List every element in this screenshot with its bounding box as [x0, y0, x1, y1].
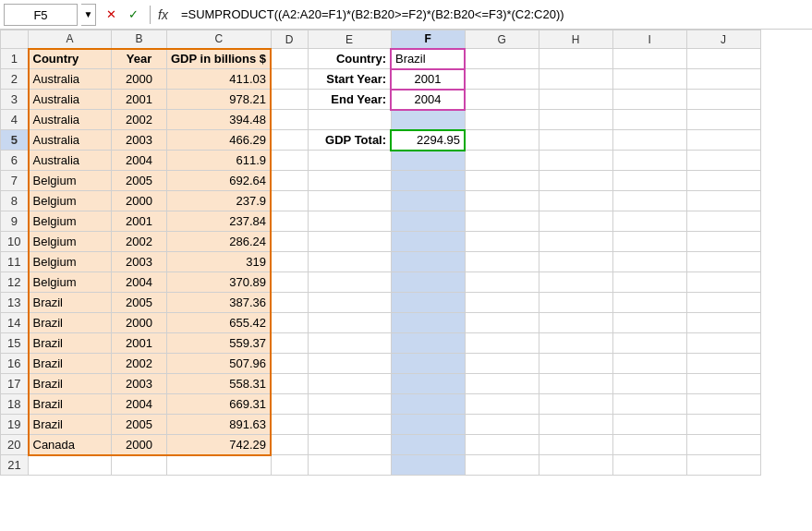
- cell-g11[interactable]: [465, 252, 539, 272]
- cell-b15[interactable]: 2001: [112, 333, 167, 354]
- cell-b6[interactable]: 2004: [112, 151, 167, 171]
- cell-a17[interactable]: Brazil: [29, 374, 112, 394]
- cell-a3[interactable]: Australia: [29, 90, 112, 110]
- cell-a1[interactable]: Country: [29, 49, 112, 69]
- cell-i3[interactable]: [612, 90, 686, 110]
- cell-i19[interactable]: [612, 415, 686, 435]
- cell-j7[interactable]: [686, 171, 760, 191]
- cell-h2[interactable]: [539, 69, 612, 90]
- row-header-11[interactable]: 11: [1, 252, 29, 272]
- cell-j18[interactable]: [686, 394, 760, 415]
- cell-g16[interactable]: [465, 354, 539, 374]
- cell-d3[interactable]: [271, 90, 308, 110]
- cell-e15[interactable]: [308, 333, 391, 354]
- row-header-19[interactable]: 19: [1, 415, 29, 435]
- cell-d7[interactable]: [271, 171, 308, 191]
- col-header-a[interactable]: A: [29, 30, 112, 49]
- cell-j8[interactable]: [686, 191, 760, 211]
- col-header-g[interactable]: G: [465, 30, 539, 49]
- cell-c16[interactable]: 507.96: [167, 354, 272, 374]
- cell-f4[interactable]: [391, 110, 465, 130]
- cell-f3[interactable]: 2004: [391, 90, 465, 110]
- cell-b13[interactable]: 2005: [112, 293, 167, 313]
- cell-c10[interactable]: 286.24: [167, 232, 272, 252]
- cell-h4[interactable]: [539, 110, 612, 130]
- cell-g21[interactable]: [465, 455, 539, 476]
- row-header-10[interactable]: 10: [1, 232, 29, 252]
- cell-e12[interactable]: [308, 272, 391, 293]
- cell-i5[interactable]: [612, 130, 686, 151]
- cell-a15[interactable]: Brazil: [29, 333, 112, 354]
- cell-g3[interactable]: [465, 90, 539, 110]
- cell-h13[interactable]: [539, 293, 612, 313]
- cell-d16[interactable]: [271, 354, 308, 374]
- cell-g13[interactable]: [465, 293, 539, 313]
- cell-e5[interactable]: GDP Total:: [308, 130, 391, 151]
- cell-b2[interactable]: 2000: [112, 69, 167, 90]
- cell-f16[interactable]: [391, 354, 465, 374]
- cell-a21[interactable]: [29, 455, 112, 476]
- cell-j17[interactable]: [686, 374, 760, 394]
- cell-h7[interactable]: [539, 171, 612, 191]
- cell-b1[interactable]: Year: [112, 49, 167, 69]
- cell-d1[interactable]: [271, 49, 308, 69]
- cell-b20[interactable]: 2000: [112, 435, 167, 455]
- cell-h12[interactable]: [539, 272, 612, 293]
- cell-i9[interactable]: [612, 211, 686, 232]
- cell-i4[interactable]: [612, 110, 686, 130]
- cell-f1[interactable]: Brazil: [391, 49, 465, 69]
- cell-i11[interactable]: [612, 252, 686, 272]
- cell-g10[interactable]: [465, 232, 539, 252]
- row-header-17[interactable]: 17: [1, 374, 29, 394]
- cell-b4[interactable]: 2002: [112, 110, 167, 130]
- cell-j21[interactable]: [686, 455, 760, 476]
- cell-e10[interactable]: [308, 232, 391, 252]
- cell-e3[interactable]: End Year:: [308, 90, 391, 110]
- cell-a14[interactable]: Brazil: [29, 313, 112, 333]
- row-header-7[interactable]: 7: [1, 171, 29, 191]
- cell-f9[interactable]: [391, 211, 465, 232]
- cell-h5[interactable]: [539, 130, 612, 151]
- cell-g14[interactable]: [465, 313, 539, 333]
- cell-c19[interactable]: 891.63: [167, 415, 272, 435]
- cell-b3[interactable]: 2001: [112, 90, 167, 110]
- cell-f14[interactable]: [391, 313, 465, 333]
- cell-g12[interactable]: [465, 272, 539, 293]
- cell-e20[interactable]: [308, 435, 391, 455]
- formula-bar[interactable]: [181, 4, 808, 26]
- cell-i7[interactable]: [612, 171, 686, 191]
- cell-g17[interactable]: [465, 374, 539, 394]
- cell-e6[interactable]: [308, 151, 391, 171]
- cell-b9[interactable]: 2001: [112, 211, 167, 232]
- cell-c17[interactable]: 558.31: [167, 374, 272, 394]
- cell-j4[interactable]: [686, 110, 760, 130]
- cell-d19[interactable]: [271, 415, 308, 435]
- cell-i8[interactable]: [612, 191, 686, 211]
- cell-h15[interactable]: [539, 333, 612, 354]
- cell-d11[interactable]: [271, 252, 308, 272]
- row-header-5[interactable]: 5: [1, 130, 29, 151]
- cell-e11[interactable]: [308, 252, 391, 272]
- cell-g19[interactable]: [465, 415, 539, 435]
- cell-e4[interactable]: [308, 110, 391, 130]
- cell-f6[interactable]: [391, 151, 465, 171]
- cell-i14[interactable]: [612, 313, 686, 333]
- cell-c12[interactable]: 370.89: [167, 272, 272, 293]
- cell-d13[interactable]: [271, 293, 308, 313]
- cell-g1[interactable]: [465, 49, 539, 69]
- cell-h21[interactable]: [539, 455, 612, 476]
- col-header-b[interactable]: B: [112, 30, 167, 49]
- cell-j14[interactable]: [686, 313, 760, 333]
- cell-e18[interactable]: [308, 394, 391, 415]
- col-header-h[interactable]: H: [539, 30, 612, 49]
- cell-i17[interactable]: [612, 374, 686, 394]
- cell-j11[interactable]: [686, 252, 760, 272]
- cell-g15[interactable]: [465, 333, 539, 354]
- cell-a4[interactable]: Australia: [29, 110, 112, 130]
- row-header-13[interactable]: 13: [1, 293, 29, 313]
- cell-h16[interactable]: [539, 354, 612, 374]
- cell-h20[interactable]: [539, 435, 612, 455]
- cell-c1[interactable]: GDP in billions $: [167, 49, 272, 69]
- cell-c2[interactable]: 411.03: [167, 69, 272, 90]
- name-box[interactable]: F5: [4, 4, 78, 26]
